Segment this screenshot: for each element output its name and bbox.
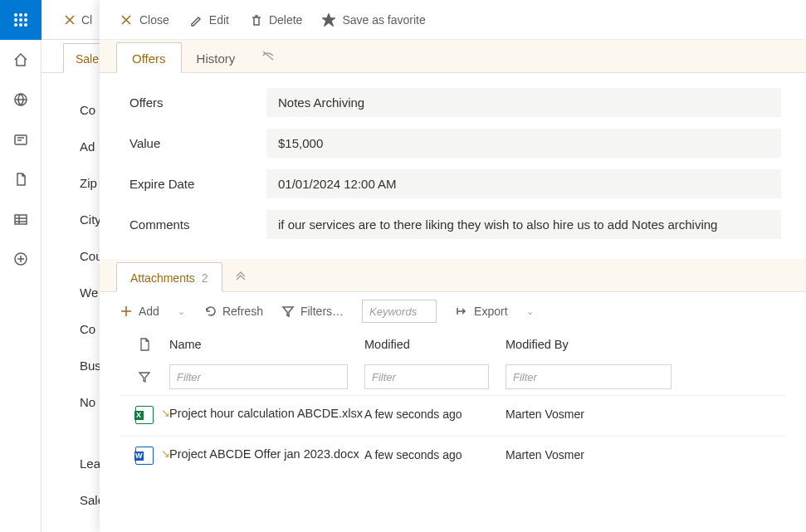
filter-name-input[interactable] (169, 364, 348, 389)
close-icon (120, 13, 133, 27)
col-name[interactable]: Name (169, 338, 364, 351)
apps-icon (12, 12, 29, 28)
filters-label: Filters… (300, 305, 344, 318)
svg-point-7 (20, 24, 22, 26)
home-icon (12, 51, 29, 68)
excel-file-icon (135, 406, 154, 424)
tab-offers[interactable]: Offers (116, 42, 182, 73)
bg-close-label: Cl (81, 13, 92, 27)
file-icon (138, 337, 151, 352)
svg-point-6 (15, 24, 17, 26)
plus-icon (120, 305, 133, 318)
grid-header: Name Modified Modified By (120, 330, 786, 359)
file-modified: A few seconds ago (364, 406, 506, 421)
tab-attachments[interactable]: Attachments 2 (116, 262, 222, 292)
file-modified-by: Marten Vosmer (506, 447, 786, 461)
close-button[interactable]: Close (120, 13, 169, 27)
attachments-toolbar: Add ⌄ Refresh Filters… Export ⌄ (100, 292, 806, 330)
svg-point-3 (15, 19, 17, 21)
field-value-label: Value (129, 136, 266, 150)
field-offers-label: Offers (129, 95, 266, 110)
refresh-label: Refresh (222, 305, 263, 318)
filter-icon-cell[interactable] (120, 370, 169, 383)
close-icon (63, 13, 76, 27)
field-expire-value[interactable]: 01/01/2024 12:00 AM (266, 169, 781, 198)
field-comments-label: Comments (129, 217, 266, 232)
export-label: Export (474, 305, 507, 318)
file-modified-by: Marten Vosmer (506, 406, 786, 421)
attachments-label: Attachments (130, 271, 195, 285)
delete-button[interactable]: Delete (249, 13, 302, 27)
svg-point-2 (25, 14, 27, 16)
refresh-icon (203, 305, 217, 318)
svg-point-0 (15, 14, 17, 16)
svg-point-1 (20, 14, 22, 16)
export-icon (455, 305, 468, 318)
tab-hidden-icon[interactable] (250, 41, 288, 72)
file-name: Project ABCDE Offer jan 2023.docx (169, 447, 359, 461)
refresh-button[interactable]: Refresh (203, 305, 263, 318)
field-offers-value[interactable]: Notes Archiving (266, 88, 781, 117)
filter-modified-input[interactable] (364, 364, 489, 389)
panel-toolbar: Close Edit Delete Save as favorite (100, 0, 806, 40)
table-icon (12, 211, 29, 227)
rail-table[interactable] (0, 199, 42, 239)
app-launcher[interactable] (0, 0, 42, 40)
attachments-tabstrip: Attachments 2 (100, 259, 806, 292)
shortcut-arrow-icon: ↘ (161, 406, 170, 421)
export-button[interactable]: Export (455, 305, 507, 318)
shortcut-arrow-icon: ↘ (161, 447, 170, 461)
close-label: Close (139, 13, 169, 27)
rail-news[interactable] (0, 120, 42, 159)
add-caret[interactable]: ⌄ (178, 306, 185, 317)
grid-filter-row (120, 359, 786, 395)
add-button[interactable]: Add (120, 305, 159, 318)
funnel-icon (281, 305, 295, 318)
form-area: Offers Notes Archiving Value $15,000 Exp… (100, 73, 806, 259)
favorite-button[interactable]: Save as favorite (322, 13, 425, 27)
favorite-label: Save as favorite (342, 13, 425, 27)
keywords-input[interactable] (362, 300, 437, 323)
detail-panel: Close Edit Delete Save as favorite Offer… (100, 0, 806, 532)
field-expire-label: Expire Date (129, 177, 266, 191)
add-label: Add (139, 305, 159, 318)
news-icon (12, 131, 29, 148)
rail-file[interactable] (0, 159, 42, 199)
star-icon (322, 13, 335, 27)
word-file-icon (135, 447, 154, 465)
edit-button[interactable]: Edit (189, 13, 229, 27)
bg-close-button[interactable]: Cl (63, 13, 92, 27)
funnel-icon (138, 370, 151, 383)
attachments-count: 2 (202, 271, 208, 285)
filter-by-input[interactable] (506, 364, 672, 389)
svg-point-4 (20, 19, 22, 21)
edit-label: Edit (209, 13, 229, 27)
col-modified[interactable]: Modified (364, 338, 506, 351)
rail-globe[interactable] (0, 80, 42, 120)
field-value-value[interactable]: $15,000 (266, 129, 781, 158)
eye-off-icon (261, 50, 276, 61)
plus-circle-icon (12, 251, 29, 267)
panel-tabs: Offers History (100, 40, 806, 73)
delete-label: Delete (269, 13, 302, 27)
table-row[interactable]: ↘Project hour calculation ABCDE.xlsx A f… (120, 395, 786, 436)
rail-add[interactable] (0, 239, 42, 279)
svg-point-5 (25, 19, 27, 21)
file-name: Project hour calculation ABCDE.xlsx (169, 407, 363, 420)
field-comments-value[interactable]: if our services are to there liking they… (266, 210, 781, 239)
file-icon (12, 171, 29, 188)
filters-button[interactable]: Filters… (281, 305, 344, 318)
col-icon[interactable] (120, 337, 169, 352)
collapse-chevron[interactable] (222, 261, 259, 291)
svg-rect-11 (15, 215, 27, 224)
nav-rail (0, 0, 42, 532)
chevron-up-double-icon (234, 269, 247, 281)
pencil-icon (189, 13, 203, 27)
tab-history[interactable]: History (182, 43, 251, 72)
rail-home[interactable] (0, 40, 42, 80)
export-caret[interactable]: ⌄ (526, 306, 534, 317)
svg-point-8 (25, 24, 27, 26)
globe-icon (12, 91, 29, 108)
col-modified-by[interactable]: Modified By (506, 338, 786, 351)
table-row[interactable]: ↘Project ABCDE Offer jan 2023.docx A few… (120, 436, 786, 476)
